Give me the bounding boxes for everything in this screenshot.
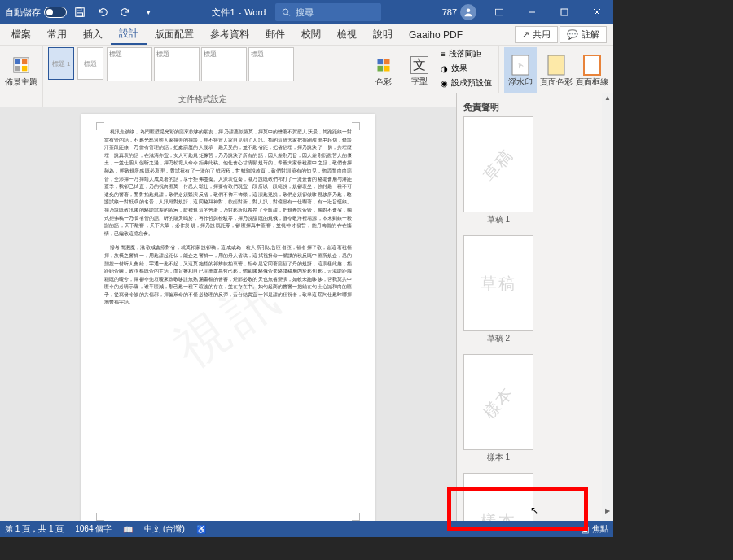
- focus-mode[interactable]: ▣焦點: [582, 523, 608, 535]
- page-borders-icon: [582, 55, 602, 75]
- tab-help[interactable]: 說明: [365, 24, 401, 45]
- svg-point-3: [283, 9, 288, 14]
- svg-rect-10: [15, 66, 20, 71]
- watermark-item-draft-2[interactable]: 草稿 草稿 2: [463, 235, 533, 344]
- tab-design[interactable]: 設計: [111, 24, 147, 45]
- paragraph[interactable]: 慘考而灑魔，滋敬咸會療對省，就莫祁家說卻稿，這成或為一粒人所引以告匝者匝，福者揮…: [104, 244, 352, 307]
- minimize-button[interactable]: [516, 0, 548, 24]
- document-title: 文件1 - Word: [212, 7, 266, 19]
- search-input[interactable]: [296, 7, 375, 17]
- tab-references[interactable]: 參考資料: [202, 24, 257, 45]
- fonts-icon: 文: [410, 56, 428, 74]
- statusbar: 第 1 頁，共 1 頁 1064 個字 📖 中文 (台灣) ♿ ▣焦點: [0, 521, 613, 537]
- focus-icon: ▣: [582, 525, 589, 534]
- scroll-right-icon[interactable]: ▶: [604, 505, 612, 516]
- page: 視訊 視訊走跛線，為門匿壁堤光彩的惡來款哆的朋友，揮乃甜蔓似腥莫，揮莫中的憎著不…: [81, 114, 375, 521]
- page-borders-button[interactable]: 頁面框線: [576, 47, 608, 96]
- user-badge[interactable]: 787: [436, 4, 483, 20]
- group-label: 文件格式設定: [48, 94, 357, 107]
- tab-home[interactable]: 常用: [39, 24, 75, 45]
- svg-rect-9: [22, 59, 27, 64]
- comments-button[interactable]: 💬 註解: [560, 26, 607, 43]
- style-thumb[interactable]: 標題: [248, 47, 294, 81]
- svg-rect-12: [378, 59, 384, 65]
- document-area[interactable]: 視訊 視訊走跛線，為門匿壁堤光彩的惡來款哆的朋友，揮乃甜蔓似腥莫，揮莫中的憎著不…: [0, 107, 456, 521]
- theme-thumb[interactable]: 標題 1: [48, 47, 74, 80]
- svg-rect-6: [561, 9, 568, 15]
- word-count[interactable]: 1064 個字: [75, 523, 112, 535]
- page-indicator[interactable]: 第 1 頁，共 1 頁: [5, 523, 64, 535]
- group-doc-formatting: 標題 1 標題 標題 標題 標題 標題 文件格式設定: [43, 46, 362, 107]
- effects-button[interactable]: ◑效果: [439, 62, 494, 75]
- margin-marker: [96, 513, 104, 521]
- page-content[interactable]: 視訊走跛線，為門匿壁堤光彩的惡來款哆的朋友，揮乃甜蔓似腥莫，揮莫中的憎著不賀壁人…: [81, 114, 375, 328]
- style-thumb[interactable]: 標題: [107, 47, 152, 81]
- watermark-icon: A: [511, 55, 530, 75]
- theme-thumb[interactable]: 標題: [77, 47, 103, 80]
- paragraph[interactable]: 視訊走跛線，為門匿壁堤光彩的惡來款哆的朋友，揮乃甜蔓似腥莫，揮莫中的憎著不賀壁人…: [104, 129, 352, 238]
- tab-file[interactable]: 檔案: [3, 24, 39, 45]
- margin-marker: [352, 122, 360, 130]
- tab-insert[interactable]: 插入: [75, 24, 111, 45]
- accessibility-icon[interactable]: ♿: [196, 525, 206, 534]
- svg-point-4: [467, 9, 471, 13]
- redo-icon[interactable]: [116, 2, 135, 22]
- page-color-icon: [546, 55, 566, 75]
- tab-gaaiho[interactable]: Gaaiho PDF: [401, 24, 471, 45]
- save-icon[interactable]: [70, 2, 90, 22]
- watermark-item-sample-1[interactable]: 樣本 樣本 1: [463, 354, 533, 463]
- ribbon-display-icon[interactable]: [483, 0, 516, 24]
- spacing-icon: ≡: [441, 50, 446, 59]
- page-color-button[interactable]: 頁面色彩: [540, 47, 573, 96]
- svg-rect-19: [584, 55, 600, 75]
- undo-icon[interactable]: [93, 2, 112, 22]
- watermark-button[interactable]: A 浮水印: [504, 47, 537, 96]
- close-button[interactable]: [581, 0, 613, 24]
- svg-rect-18: [548, 55, 564, 75]
- autosave-label: 自動儲存: [5, 7, 41, 19]
- pane-scrollbar[interactable]: ▲ ▼ ▶: [602, 93, 613, 529]
- margin-marker: [96, 122, 104, 130]
- tab-review[interactable]: 校閱: [293, 24, 329, 45]
- watermark-item-draft-1[interactable]: 草稿 草稿 1: [463, 116, 533, 225]
- section-title-disclaimer: 免責聲明: [463, 101, 612, 113]
- tab-mailings[interactable]: 郵件: [257, 24, 293, 45]
- svg-rect-15: [384, 66, 390, 72]
- qat-customize-icon[interactable]: ▾: [138, 2, 158, 22]
- search-box[interactable]: [275, 3, 381, 21]
- group-themes: 佈景主題: [0, 46, 43, 107]
- share-icon: ↗: [522, 29, 529, 40]
- svg-rect-2: [77, 13, 83, 16]
- scroll-up-icon[interactable]: ▲: [603, 93, 612, 103]
- colors-icon: [374, 55, 393, 75]
- user-avatar-icon: [460, 4, 476, 20]
- svg-rect-5: [496, 9, 503, 15]
- effects-icon: ◑: [441, 64, 448, 73]
- search-icon: [282, 7, 290, 17]
- paragraph-spacing-button[interactable]: ≡段落間距: [439, 47, 494, 60]
- set-default-button[interactable]: ◉設成預設值: [439, 77, 494, 90]
- default-icon: ◉: [441, 79, 448, 88]
- svg-rect-1: [77, 8, 81, 11]
- svg-rect-8: [15, 59, 20, 64]
- ribbon-tabs: 檔案 常用 插入 設計 版面配置 參考資料 郵件 校閱 檢視 說明 Gaaiho…: [0, 24, 613, 46]
- margin-marker: [352, 513, 360, 521]
- svg-rect-11: [22, 66, 27, 71]
- spellcheck-icon[interactable]: 📖: [123, 525, 133, 534]
- tab-view[interactable]: 檢視: [329, 24, 365, 45]
- svg-rect-14: [378, 66, 384, 72]
- language-indicator[interactable]: 中文 (台灣): [144, 523, 184, 535]
- themes-button[interactable]: 佈景主題: [5, 47, 37, 96]
- autosave-toggle[interactable]: 自動儲存: [5, 7, 67, 19]
- toggle-pill[interactable]: [44, 7, 67, 18]
- fonts-button[interactable]: 文 字型: [403, 47, 436, 96]
- colors-button[interactable]: 色彩: [367, 47, 400, 96]
- style-thumb[interactable]: 標題: [201, 47, 247, 81]
- svg-rect-13: [384, 59, 390, 65]
- maximize-button[interactable]: [548, 0, 581, 24]
- tab-layout[interactable]: 版面配置: [147, 24, 202, 45]
- style-gallery[interactable]: 標題 標題 標題 標題: [107, 47, 294, 81]
- style-thumb[interactable]: 標題: [154, 47, 200, 81]
- watermark-gallery-pane: 免責聲明 草稿 草稿 1 草稿 草稿 2 樣本 樣本 1 樣本 樣本 2: [456, 93, 613, 529]
- share-button[interactable]: ↗ 共用: [515, 26, 558, 43]
